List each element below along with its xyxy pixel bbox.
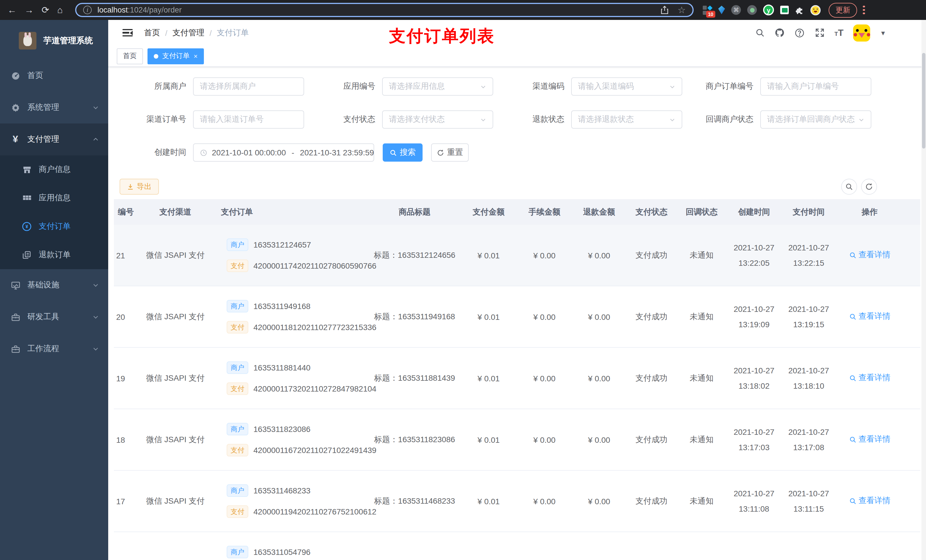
merchant-select[interactable]: 请选择所属商户 [193,77,304,96]
app-select[interactable]: 请选择应用信息 [382,77,493,96]
goods-title: 标题：1635311881439 [369,373,460,383]
pay-amount: ¥ 0.01 [460,312,517,321]
refund-status-select[interactable]: 请选择退款状态 [571,110,682,128]
profile-avatar-icon[interactable] [810,5,821,15]
notify-status-select[interactable]: 请选择订单回调商户状态 [760,110,872,128]
bookmark-star-icon[interactable]: ☆ [678,5,686,15]
chevron-down-icon [480,116,486,123]
github-icon[interactable] [775,27,785,38]
yen-circle-icon: ¥ [22,221,32,232]
search-button[interactable]: 搜索 [383,143,422,162]
export-button[interactable]: 导出 [120,179,159,195]
pay-order-no: 4200001194202110276752100612 [253,507,377,516]
extension-record-icon[interactable] [747,5,757,15]
sidebar-item-devtools[interactable]: 研发工具 [0,301,108,333]
extensions-puzzle-icon[interactable] [795,5,804,15]
sidebar-item-app-info[interactable]: 应用信息 [0,184,108,212]
page-scrollbar[interactable] [921,20,926,560]
extension-badge: 10 [706,11,715,17]
view-detail-link[interactable]: 查看详情 [849,250,890,260]
browser-update-button[interactable]: 更新 [829,3,857,17]
search-icon[interactable] [755,27,765,38]
download-icon [127,183,134,190]
fullscreen-icon[interactable] [814,27,825,38]
screen: ← → ⟳ ⌂ i localhost:1024/pay/order ☆ 10 … [0,0,926,560]
browser-menu-icon[interactable] [863,6,865,15]
extension-chat-icon[interactable] [780,6,789,14]
table-row-partial[interactable]: 商户1635311054796 [114,532,920,560]
channel-code-select[interactable]: 请输入渠道编码 [571,77,682,96]
pay-status: 支付成功 [626,373,676,383]
breadcrumb-home[interactable]: 首页 [144,27,160,38]
browser-reload-icon[interactable]: ⟳ [42,5,49,15]
refund-amount: ¥ 0.00 [572,435,626,444]
tag-tab-home[interactable]: 首页 [117,48,143,64]
sidebar-item-refund-order[interactable]: 退款订单 [0,241,108,269]
pay-channel: 微信 JSAPI 支付 [146,373,205,383]
extension-icon[interactable]: 10 [703,5,712,15]
pay-order-table: 编号 支付渠道 支付订单 商品标题 支付金额 手续金额 退款金额 支付状态 回调… [114,199,920,560]
app-title: 芋道管理系统 [43,35,93,46]
range-end[interactable]: 2021-10-31 23:59:59 [300,148,374,157]
refresh-table-button[interactable] [861,179,877,195]
browser-back-icon[interactable]: ← [8,5,17,15]
font-size-icon[interactable]: TT [834,27,843,38]
reset-button[interactable]: 重置 [431,143,469,162]
site-info-icon[interactable]: i [83,6,92,14]
sidebar-item-pay-order[interactable]: ¥ 支付订单 [0,212,108,241]
svg-text:¥: ¥ [25,224,28,229]
sidebar-item-pay[interactable]: ¥ 支付管理 [0,124,108,155]
browser-forward-icon[interactable]: → [24,5,33,15]
merchant-order-no-input[interactable]: 请输入商户订单编号 [760,77,872,96]
address-bar[interactable]: i localhost:1024/pay/order ☆ [75,3,694,17]
help-icon[interactable] [794,27,805,38]
extension-gem-icon[interactable] [718,6,725,14]
scrollbar-thumb[interactable] [922,53,925,148]
dashboard-icon [10,71,21,81]
extension-y-icon[interactable]: y [763,5,774,15]
range-start[interactable]: 2021-10-01 00:00:00 [212,148,286,157]
sidebar-item-home[interactable]: 首页 [0,60,108,92]
user-menu-caret-icon[interactable]: ▼ [880,29,886,36]
table-row[interactable]: 17 微信 JSAPI 支付 商户1635311468233 支付4200001… [114,471,920,532]
sidebar-item-system[interactable]: 系统管理 [0,92,108,124]
browser-home-icon[interactable]: ⌂ [57,5,63,15]
breadcrumb-pay[interactable]: 支付管理 [172,27,204,38]
merchant-tag: 商户 [227,238,248,251]
view-detail-link[interactable]: 查看详情 [849,312,890,322]
filter-label-merchant-order-no: 商户订单编号 [701,82,754,92]
pay-amount: ¥ 0.01 [460,497,517,506]
toggle-search-button[interactable] [841,179,857,195]
view-detail-link[interactable]: 查看详情 [849,496,890,506]
sidebar-item-merchant-info[interactable]: 商户信息 [0,155,108,184]
user-avatar[interactable] [853,24,870,41]
chevron-down-icon [92,104,99,111]
pay-status-select[interactable]: 请选择支付状态 [382,110,493,128]
fee-amount: ¥ 0.00 [517,251,572,260]
view-detail-link[interactable]: 查看详情 [849,373,890,383]
table-row[interactable]: 19 微信 JSAPI 支付 商户1635311881440 支付4200001… [114,348,920,409]
table-row[interactable]: 21 微信 JSAPI 支付 商户1635312124657 支付4200001… [114,225,920,286]
table-row[interactable]: 18 微信 JSAPI 支付 商户1635311823086 支付4200001… [114,409,920,471]
sidebar-item-infra[interactable]: 基础设施 [0,269,108,301]
share-icon[interactable] [660,6,668,14]
create-time: 2021-10-2713:18:02 [727,363,781,393]
filter-label-create-time: 创建时间 [134,147,186,158]
close-icon[interactable]: × [194,52,198,60]
extension-command-icon[interactable]: ⌘ [731,5,741,15]
table-row[interactable]: 20 微信 JSAPI 支付 商户1635311949168 支付4200001… [114,286,920,348]
pay-amount: ¥ 0.01 [460,251,517,260]
goods-title: 标题：1635312124656 [369,250,460,260]
view-detail-link[interactable]: 查看详情 [849,435,890,445]
sidebar-item-workflow[interactable]: 工作流程 [0,333,108,365]
pay-channel: 微信 JSAPI 支付 [146,496,205,506]
channel-order-no-input[interactable]: 请输入渠道订单号 [193,110,304,128]
tag-tab-pay-order[interactable]: 支付订单× [147,48,204,64]
chevron-down-icon [92,314,99,320]
sidebar-collapse-icon[interactable] [123,29,133,37]
create-time-range-input[interactable]: 2021-10-01 00:00:00 - 2021-10-31 23:59:5… [193,143,374,162]
notify-status: 未通知 [676,496,727,506]
refresh-icon [437,149,444,156]
url-text: localhost:1024/pay/order [97,6,182,14]
app-logo-row: 芋道管理系统 [0,20,108,53]
